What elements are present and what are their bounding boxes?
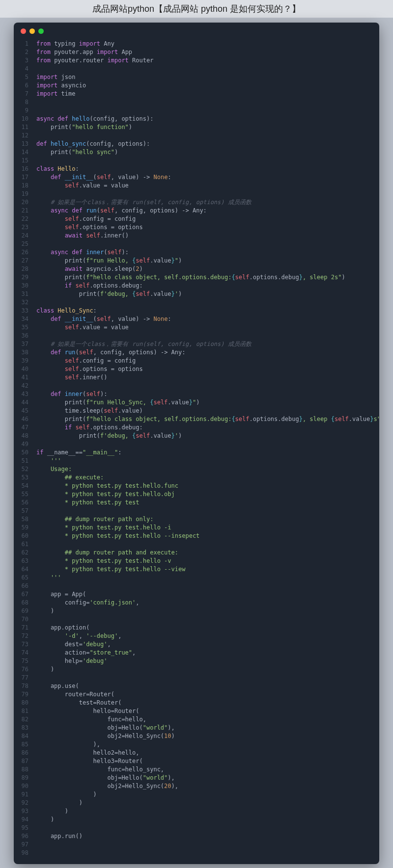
code-content: if __name__=="__main__": <box>36 448 379 457</box>
line-number: 46 <box>14 415 36 423</box>
code-content: test=Router( <box>36 699 379 707</box>
code-line: 81 hello=Router( <box>14 707 379 715</box>
close-icon[interactable] <box>21 28 26 34</box>
code-line: 45 time.sleep(self.value) <box>14 407 379 415</box>
code-line: 8 <box>14 98 379 106</box>
code-content: import time <box>36 90 379 98</box>
line-number: 53 <box>14 473 36 482</box>
line-number: 93 <box>14 807 36 815</box>
code-content: ## dump router path only: <box>36 515 379 524</box>
code-content: ## dump router path and execute: <box>36 549 379 557</box>
code-content: def inner(self): <box>36 390 379 398</box>
code-line: 54 * python test.py test.hello.func <box>14 482 379 490</box>
code-line: 23 self.options = options <box>14 223 379 232</box>
line-number: 13 <box>14 140 36 148</box>
line-number: 45 <box>14 407 36 415</box>
code-line: 58 ## dump router path only: <box>14 515 379 524</box>
code-line: 6import asyncio <box>14 81 379 90</box>
line-number: 97 <box>14 841 36 849</box>
code-content: '-d', '--debug', <box>36 632 379 640</box>
code-content: def __init__(self, value) -> None: <box>36 173 379 182</box>
line-number: 90 <box>14 782 36 790</box>
code-line: 80 test=Router( <box>14 699 379 707</box>
code-content: self.config = config <box>36 357 379 365</box>
code-editor-window: 1from typing import Any2from pyouter.app… <box>14 23 379 864</box>
code-content: if self.options.debug: <box>36 423 379 432</box>
code-line: 28 await asyncio.sleep(2) <box>14 265 379 273</box>
code-line: 95 <box>14 824 379 832</box>
line-number: 48 <box>14 432 36 440</box>
code-line: 55 * python test.py test.hello.obj <box>14 490 379 499</box>
code-line: 97 <box>14 841 379 849</box>
code-content: * python test.py test.hello.obj <box>36 490 379 499</box>
code-content <box>36 157 379 165</box>
code-line: 68 config='config.json', <box>14 599 379 607</box>
line-number: 78 <box>14 682 36 690</box>
code-line: 94 ) <box>14 815 379 824</box>
line-number: 8 <box>14 98 36 106</box>
code-content: self.value = value <box>36 182 379 190</box>
line-number: 44 <box>14 398 36 407</box>
code-line: 61 <box>14 540 379 549</box>
code-line: 35 self.value = value <box>14 323 379 332</box>
line-number: 50 <box>14 448 36 457</box>
code-line: 4 <box>14 65 379 73</box>
code-line: 38 def run(self, config, options) -> Any… <box>14 348 379 357</box>
line-number: 87 <box>14 757 36 765</box>
code-content: * python test.py test <box>36 499 379 507</box>
code-content: print("hello function") <box>36 123 379 132</box>
line-number: 76 <box>14 665 36 674</box>
code-line: 64 * python test.py test.hello --view <box>14 565 379 574</box>
code-content: class Hello_Sync: <box>36 307 379 315</box>
code-content <box>36 106 379 115</box>
code-content: await self.inner() <box>36 232 379 240</box>
code-line: 75 help='debug' <box>14 657 379 665</box>
code-line: 46 print(f"hello class object, self.opti… <box>14 415 379 423</box>
code-content <box>36 615 379 624</box>
code-line: 5import json <box>14 73 379 81</box>
code-line: 74 action="store_true", <box>14 649 379 657</box>
code-content: Usage: <box>36 465 379 473</box>
code-line: 88 func=hello_sync, <box>14 765 379 774</box>
code-line: 10async def hello(config, options): <box>14 115 379 123</box>
code-content: time.sleep(self.value) <box>36 407 379 415</box>
code-content: hello=Router( <box>36 707 379 715</box>
code-content: * python test.py test.hello --view <box>36 565 379 574</box>
line-number: 36 <box>14 332 36 340</box>
code-content: print(f'debug, {self.value}') <box>36 290 379 298</box>
code-content: import json <box>36 73 379 81</box>
code-line: 26 async def inner(self): <box>14 248 379 257</box>
code-content <box>36 332 379 340</box>
code-content <box>36 841 379 849</box>
code-content: app.option( <box>36 624 379 632</box>
minimize-icon[interactable] <box>29 28 35 34</box>
code-content: ''' <box>36 574 379 582</box>
line-number: 66 <box>14 582 36 590</box>
line-number: 16 <box>14 165 36 173</box>
line-number: 67 <box>14 590 36 599</box>
line-number: 12 <box>14 132 36 140</box>
code-content: router=Router( <box>36 690 379 699</box>
line-number: 61 <box>14 540 36 549</box>
code-content: obj2=Hello_Sync(10) <box>36 732 379 740</box>
line-number: 28 <box>14 265 36 273</box>
code-content: # 如果是一个class，需要有 run(self, config, optio… <box>36 340 379 348</box>
code-line: 25 <box>14 240 379 248</box>
code-content: self.options = options <box>36 223 379 232</box>
line-number: 55 <box>14 490 36 499</box>
code-line: 24 await self.inner() <box>14 232 379 240</box>
line-number: 15 <box>14 157 36 165</box>
code-content: from typing import Any <box>36 40 379 48</box>
maximize-icon[interactable] <box>38 28 44 34</box>
line-number: 58 <box>14 515 36 524</box>
code-content <box>36 132 379 140</box>
code-content: * python test.py test.hello.func <box>36 482 379 490</box>
code-content: dest='debug', <box>36 640 379 649</box>
code-line: 29 print(f"hello class object, self.opti… <box>14 273 379 282</box>
line-number: 32 <box>14 298 36 307</box>
line-number: 75 <box>14 657 36 665</box>
line-number: 84 <box>14 732 36 740</box>
line-number: 25 <box>14 240 36 248</box>
code-line: 39 self.config = config <box>14 357 379 365</box>
line-number: 62 <box>14 549 36 557</box>
